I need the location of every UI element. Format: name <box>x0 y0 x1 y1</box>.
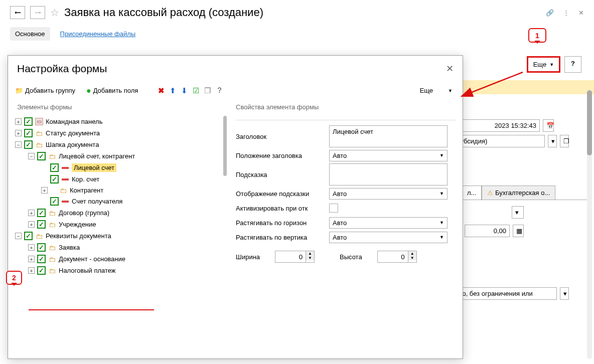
tree-scrollbar[interactable] <box>223 116 227 176</box>
field-icon <box>62 201 69 203</box>
expand-toggle[interactable]: − <box>15 233 22 239</box>
dropdown-icon-2[interactable]: ▾ <box>560 287 569 300</box>
node-cor-account[interactable]: Кор. счет <box>72 175 99 183</box>
node-personal-account[interactable]: Лицевой счет <box>72 163 116 172</box>
label-activate-on-open: Активизировать при отк <box>236 205 329 212</box>
node-command-panel[interactable]: Командная панель <box>46 118 102 125</box>
node-request[interactable]: Заявка <box>59 244 80 251</box>
favorite-star-icon[interactable]: ☆ <box>50 7 59 19</box>
node-base-document[interactable]: Документ - основание <box>59 255 125 263</box>
node-contragent[interactable]: Контрагент <box>70 187 103 194</box>
expand-toggle[interactable]: − <box>28 153 35 159</box>
scrollbar-thumb[interactable] <box>587 90 592 155</box>
node-recipient-account[interactable]: Счет получателя <box>72 198 122 205</box>
chevron-down-icon: ▼ <box>549 62 554 67</box>
checkbox[interactable]: ✓ <box>37 255 46 263</box>
dialog-close-button[interactable]: ✕ <box>446 63 454 74</box>
delete-icon[interactable]: ✖ <box>158 86 165 95</box>
checkbox-activate[interactable] <box>329 204 338 213</box>
subsidy-field[interactable]: Субсидия) <box>452 135 545 147</box>
folder-icon: 🗀 <box>48 153 56 160</box>
link-icon[interactable]: 🔗 <box>546 9 554 17</box>
label-height: Высота <box>340 253 362 261</box>
node-acc-contragent[interactable]: Лицевой счет, контрагент <box>59 152 135 160</box>
move-up-icon[interactable]: ⬆ <box>170 86 176 95</box>
kebab-menu-icon[interactable]: ⋮ <box>563 9 569 17</box>
node-doc-status[interactable]: Статус документа <box>46 129 100 137</box>
node-institution[interactable]: Учреждение <box>59 221 96 228</box>
label-stretch-h: Растягивать по горизон <box>236 219 329 227</box>
expand-toggle[interactable]: − <box>15 141 22 148</box>
checkbox[interactable]: ✓ <box>37 266 46 275</box>
add-fields-button[interactable]: ● Добавить поля <box>86 86 138 95</box>
expand-toggle[interactable]: + <box>28 221 35 228</box>
nav-back-button[interactable]: 🠔 <box>10 6 25 19</box>
expand-toggle: + <box>28 244 35 251</box>
bg-tab-l[interactable]: л... <box>462 186 482 200</box>
folder-icon: 🗀 <box>48 267 56 274</box>
checkbox[interactable]: ✓ <box>24 232 33 240</box>
expand-toggle[interactable]: + <box>28 210 35 216</box>
node-doc-requisites[interactable]: Реквизиты документа <box>46 232 111 240</box>
main-more-button[interactable]: Еще ▼ <box>527 56 560 73</box>
plus-icon: ● <box>86 86 91 95</box>
expand-toggle[interactable]: + <box>28 267 35 274</box>
node-doc-header[interactable]: Шапка документа <box>46 141 99 148</box>
checkbox[interactable]: ✓ <box>50 175 59 184</box>
select-title-position[interactable]: Авто▼ <box>329 150 448 161</box>
annotation-callout-1: 1 <box>528 28 546 43</box>
node-tax-payment[interactable]: Налоговый платеж <box>59 267 116 274</box>
checkbox[interactable]: ✓ <box>24 129 33 137</box>
width-input[interactable] <box>275 251 306 262</box>
height-spinner[interactable]: ▲▼ <box>377 251 417 263</box>
expand-toggle[interactable]: + <box>28 256 35 262</box>
checkbox[interactable]: ✓ <box>50 163 59 172</box>
close-window-icon[interactable]: ✕ <box>578 9 584 17</box>
checkbox[interactable]: ✓ <box>24 140 33 149</box>
checkbox[interactable]: ✓ <box>37 220 46 229</box>
datetime-field[interactable]: 2023 15:32:43 <box>460 119 540 132</box>
checkbox[interactable]: ✓ <box>50 197 59 206</box>
checkbox[interactable]: ✓ <box>37 209 46 217</box>
calculator-icon[interactable]: ▦ <box>513 225 524 237</box>
expand-toggle[interactable]: + <box>15 130 22 136</box>
main-vertical-scrollbar[interactable] <box>587 90 592 359</box>
limit-field[interactable]: ено, без ограничения или <box>452 287 557 300</box>
label-stretch-v: Растягивать по вертика <box>236 234 329 241</box>
select-stretch-v[interactable]: Авто▼ <box>329 232 448 243</box>
panel-icon: ▭ <box>35 118 43 125</box>
bg-tab-accounting[interactable]: ⚠ Бухгалтерская о... <box>482 186 555 200</box>
checkbox[interactable]: ✓ <box>37 243 46 252</box>
input-hint[interactable] <box>329 163 448 186</box>
check-all-icon[interactable]: ☑ <box>193 86 199 95</box>
node-contract-group[interactable]: Договор (группа) <box>59 209 109 217</box>
select-hint-display[interactable]: Авто▼ <box>329 188 448 200</box>
expand-toggle[interactable]: + <box>41 187 48 194</box>
help-dialog-icon[interactable]: ？ <box>216 86 223 95</box>
nav-forward-button[interactable]: 🠖 <box>30 6 45 19</box>
expand-toggle[interactable]: + <box>15 118 22 125</box>
folder-icon: 🗀 <box>48 221 56 228</box>
page-title: Заявка на кассовый расход (создание) <box>64 6 263 19</box>
calendar-icon[interactable]: 📅 <box>543 119 554 132</box>
dialog-title: Настройка формы <box>17 63 107 75</box>
dropdown-small[interactable]: ▾ <box>512 206 524 219</box>
add-group-button[interactable]: 📁 Добавить группу <box>15 87 75 94</box>
copy-icon[interactable]: ❐ <box>204 86 211 95</box>
tree-panel-title: Элементы формы <box>15 103 229 111</box>
select-stretch-h[interactable]: Авто▼ <box>329 217 448 229</box>
checkbox[interactable]: ✓ <box>37 152 46 160</box>
input-title[interactable]: Лицевой счет <box>329 125 448 147</box>
amount-field[interactable]: 0,00 <box>465 225 510 237</box>
tab-attached-files[interactable]: Присоединенные файлы <box>60 27 136 41</box>
dialog-more-button[interactable]: Еще ▼ <box>420 87 456 94</box>
folder-icon: 🗀 <box>48 256 56 263</box>
dropdown-icon[interactable]: ▾ <box>548 135 557 147</box>
tab-main[interactable]: Основное <box>10 27 50 41</box>
move-down-icon[interactable]: ⬇ <box>181 86 188 95</box>
help-button[interactable]: ? <box>564 56 581 73</box>
height-input[interactable] <box>378 251 408 262</box>
width-spinner[interactable]: ▲▼ <box>275 251 315 263</box>
open-dialog-icon[interactable]: ❐ <box>560 135 569 147</box>
checkbox[interactable]: ✓ <box>24 117 33 126</box>
